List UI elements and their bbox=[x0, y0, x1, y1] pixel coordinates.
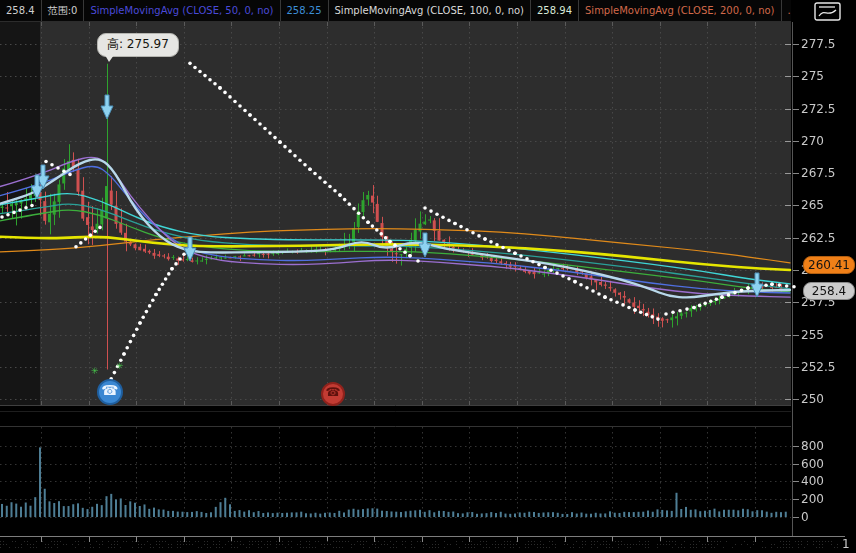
conference-call-event-icon[interactable]: ☎ bbox=[321, 382, 345, 406]
price-axis-label: 275 bbox=[801, 69, 824, 83]
price-axis-label: 265 bbox=[801, 198, 824, 212]
last-price-badge: 258.4 bbox=[803, 282, 855, 300]
sell-signal-arrow-icon bbox=[30, 174, 44, 200]
price-axis-label: 272.5 bbox=[801, 102, 835, 116]
price-axis-label: 270 bbox=[801, 134, 824, 148]
time-axis-label: 1 bbox=[842, 537, 850, 551]
sma200-price-badge: 260.41 bbox=[803, 256, 855, 274]
price-axis-label: 252.5 bbox=[801, 360, 835, 374]
price-chart-canvas[interactable] bbox=[0, 0, 856, 553]
volume-axis-label: 200 bbox=[801, 492, 824, 506]
study-label[interactable]: SimpleMovingAvg (CLOSE, 200, 0, no) bbox=[579, 0, 782, 21]
price-axis-label: 277.5 bbox=[801, 37, 835, 51]
sell-signal-arrow-icon bbox=[100, 94, 114, 120]
trading-chart-window: 258.4范围:0SimpleMovingAvg (CLOSE, 50, 0, … bbox=[0, 0, 856, 553]
line-curve-icon bbox=[814, 2, 841, 21]
study-value: 258.94 bbox=[531, 0, 579, 21]
volume-axis-label: 600 bbox=[801, 457, 824, 471]
price-readout: 258.4 bbox=[0, 0, 42, 21]
volume-axis-label: 400 bbox=[801, 474, 824, 488]
green-marker-icon: ✳ bbox=[91, 367, 99, 376]
green-marker-icon: ✳ bbox=[116, 362, 124, 371]
price-axis-label: 255 bbox=[801, 328, 824, 342]
sell-signal-arrow-icon bbox=[750, 272, 764, 298]
price-axis-label: 262.5 bbox=[801, 231, 835, 245]
price-axis-label: 267.5 bbox=[801, 166, 835, 180]
sell-signal-arrow-icon bbox=[418, 232, 432, 258]
conference-call-event-icon[interactable]: ☎ bbox=[97, 379, 123, 405]
volume-axis-label: 0 bbox=[801, 510, 809, 524]
price-axis-label: 250 bbox=[801, 392, 824, 406]
study-value: ... bbox=[782, 0, 792, 21]
chart-style-button[interactable] bbox=[814, 2, 841, 21]
volume-axis-label: 800 bbox=[801, 439, 824, 453]
study-label[interactable]: SimpleMovingAvg (CLOSE, 100, 0, no) bbox=[329, 0, 532, 21]
price-readout: 范围:0 bbox=[42, 0, 85, 21]
study-value: 258.25 bbox=[281, 0, 329, 21]
study-label[interactable]: SimpleMovingAvg (CLOSE, 50, 0, no) bbox=[84, 0, 280, 21]
study-toolbar: 258.4范围:0SimpleMovingAvg (CLOSE, 50, 0, … bbox=[0, 0, 791, 22]
high-price-tooltip: 高: 275.97 bbox=[97, 33, 179, 57]
sell-signal-arrow-icon bbox=[183, 236, 197, 262]
